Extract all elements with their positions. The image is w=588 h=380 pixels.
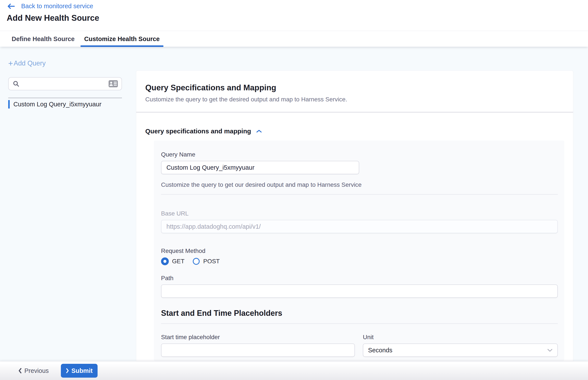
path-input[interactable] bbox=[161, 285, 558, 298]
tab-customize-health-source[interactable]: Customize Health Source bbox=[81, 31, 163, 47]
query-item-label: Custom Log Query_i5xmyyuaur bbox=[13, 101, 102, 108]
query-form-panel: Query Name Customize the query to get ou… bbox=[154, 140, 564, 361]
card-header: Query Specifications and Mapping Customi… bbox=[136, 71, 573, 113]
chevron-right-icon bbox=[66, 368, 69, 373]
section-header[interactable]: Query specifications and mapping bbox=[145, 128, 573, 135]
tab-bar: Define Health Source Customize Health So… bbox=[0, 31, 588, 47]
radio-unselected-icon bbox=[193, 258, 200, 265]
unit-select-value: Seconds bbox=[368, 347, 547, 354]
selected-indicator-bar bbox=[8, 100, 10, 109]
previous-button[interactable]: Previous bbox=[18, 367, 49, 374]
tab-define-health-source[interactable]: Define Health Source bbox=[12, 31, 75, 47]
chevron-down-icon bbox=[547, 349, 553, 352]
base-url-label: Base URL bbox=[161, 210, 557, 217]
plus-icon: + bbox=[8, 60, 13, 67]
query-mapping-card: Query Specifications and Mapping Customi… bbox=[136, 71, 573, 361]
radio-get[interactable]: GET bbox=[161, 257, 185, 265]
path-label: Path bbox=[161, 275, 557, 282]
submit-button[interactable]: Submit bbox=[61, 364, 98, 378]
request-method-radios: GET POST bbox=[161, 257, 557, 265]
query-search-input[interactable] bbox=[22, 80, 106, 87]
query-list-item[interactable]: Custom Log Query_i5xmyyuaur bbox=[8, 100, 102, 109]
query-sidebar: + Add Query Custom Log Query_i5xmyyuaur bbox=[0, 47, 136, 361]
previous-label: Previous bbox=[24, 367, 49, 374]
radio-get-label: GET bbox=[172, 258, 185, 265]
chevron-left-icon bbox=[18, 368, 22, 374]
radio-post-label: POST bbox=[203, 258, 220, 265]
submit-label: Submit bbox=[71, 367, 93, 374]
add-query-label: Add Query bbox=[14, 59, 46, 67]
card-title: Query Specifications and Mapping bbox=[145, 83, 564, 92]
base-url-input bbox=[161, 220, 558, 233]
back-link-label: Back to monitored service bbox=[21, 3, 93, 10]
query-search-box[interactable] bbox=[8, 77, 122, 90]
page-header: Back to monitored service Add New Health… bbox=[0, 0, 588, 31]
section-title: Query specifications and mapping bbox=[145, 128, 251, 135]
footer-action-bar: Previous Submit bbox=[0, 361, 588, 380]
card-subtitle: Customize the query to get the desired o… bbox=[145, 96, 564, 103]
query-name-input[interactable] bbox=[161, 161, 359, 174]
start-time-label: Start time placeholder bbox=[161, 334, 355, 341]
back-to-monitored-service-link[interactable]: Back to monitored service bbox=[7, 3, 93, 10]
sidebar-divider bbox=[8, 98, 122, 98]
query-name-help: Customize the query to get our desired o… bbox=[161, 181, 557, 188]
radio-post[interactable]: POST bbox=[192, 257, 220, 265]
radio-selected-icon bbox=[161, 257, 169, 265]
request-method-label: Request Method bbox=[161, 247, 557, 254]
arrow-left-icon bbox=[7, 3, 15, 10]
start-time-input[interactable] bbox=[161, 343, 355, 357]
placeholders-heading: Start and End Time Placeholders bbox=[161, 309, 557, 318]
divider bbox=[161, 194, 558, 194]
query-name-label: Query Name bbox=[161, 151, 557, 158]
page-title: Add New Health Source bbox=[7, 13, 99, 23]
divider bbox=[161, 323, 558, 324]
search-icon bbox=[13, 80, 19, 87]
chevron-up-icon[interactable] bbox=[256, 129, 262, 133]
unit-label: Unit bbox=[363, 334, 558, 341]
add-query-button[interactable]: + Add Query bbox=[8, 59, 46, 67]
unit-select[interactable]: Seconds bbox=[363, 343, 558, 357]
id-card-icon[interactable] bbox=[108, 80, 118, 88]
